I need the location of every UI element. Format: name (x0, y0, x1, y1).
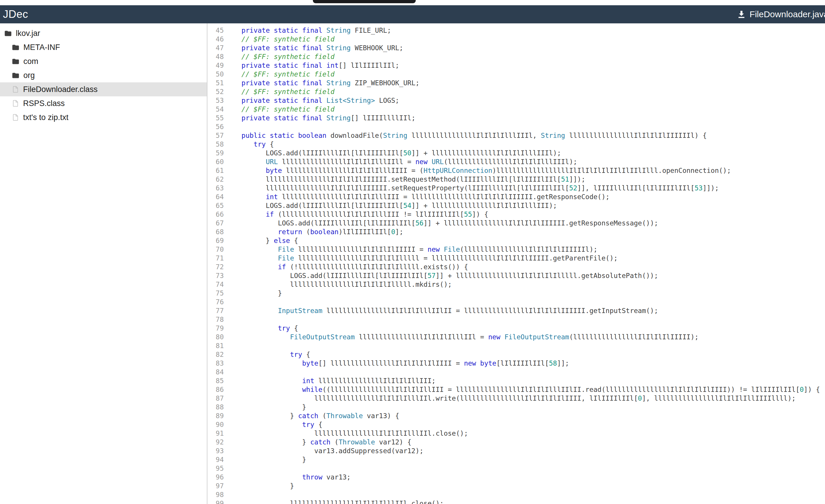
sidebar-item-label: FileDownloader.class (23, 85, 97, 94)
line-number: 63 (208, 184, 224, 192)
line-number: 76 (208, 298, 224, 306)
code-text: // $FF: synthetic field (229, 87, 334, 96)
code-line: 92 } catch (Throwable var12) { (208, 438, 825, 446)
code-line: 48 // $FF: synthetic field (208, 52, 825, 61)
line-number: 59 (208, 149, 224, 157)
code-text: private static final String FILE_URL; (229, 26, 391, 35)
line-number: 84 (208, 368, 224, 376)
code-line: 74 llllllllllllllllIlIlIlIlIlllll.mkdirs… (208, 280, 825, 289)
line-number: 67 (208, 219, 224, 228)
line-number: 87 (208, 394, 224, 403)
code-text: try { (229, 140, 274, 149)
line-number: 47 (208, 44, 224, 52)
line-number: 88 (208, 403, 224, 411)
line-number: 56 (208, 122, 224, 131)
code-text: LOGS.add(lIIIIllllIIl[lIlIIIIlIIl[56]] +… (229, 219, 658, 228)
sidebar-item-lkov-jar[interactable]: lkov.jar (0, 26, 207, 40)
line-number: 77 (208, 306, 224, 315)
download-icon (737, 10, 746, 19)
file-icon (12, 100, 19, 107)
code-line: 57 public static boolean downloadFile(St… (208, 131, 825, 140)
code-line: 66 if (llllllllllllllllIlIlIlIlllIII != … (208, 210, 825, 219)
code-line: 70 File llllllllllllllllIlIlIlIlIIIII = … (208, 245, 825, 254)
code-line: 69 } else { (208, 236, 825, 245)
code-line: 91 llllllllllllllllIlIlIlIlllIIl.close()… (208, 429, 825, 438)
code-line: 89 } catch (Throwable var13) { (208, 411, 825, 420)
sidebar-item-org[interactable]: org (0, 68, 207, 82)
code-text: return (boolean)lIlIIIIlIIl[0]; (229, 228, 403, 236)
code-line: 83 byte[] llllllllllllllllIlIlIlIlIlIIII… (208, 359, 825, 368)
line-number: 91 (208, 429, 224, 438)
code-text: // $FF: synthetic field (229, 35, 334, 44)
sidebar-item-filedownloader-class[interactable]: FileDownloader.class (0, 82, 207, 96)
code-text: llllllllllllllllIlIlIlIlllIIl.write(llll… (229, 394, 796, 403)
code-line: 51 private static final String ZIP_WEBHO… (208, 79, 825, 87)
sidebar-item-com[interactable]: com (0, 54, 207, 68)
line-number: 45 (208, 26, 224, 35)
line-number: 82 (208, 350, 224, 359)
line-number: 79 (208, 324, 224, 333)
code-text: private static final String[] lIIIIllllI… (229, 113, 416, 122)
line-number: 66 (208, 210, 224, 219)
sidebar-item-label: lkov.jar (16, 29, 40, 38)
code-line: 80 FileOutputStream llllllllllllllllIlIl… (208, 333, 825, 341)
code-line: 72 if (!llllllllllllllllIlIlIlIlIlllll.e… (208, 262, 825, 271)
line-number: 98 (208, 490, 224, 499)
code-line: 60 URL llllllllllllllllIlIlIlIlllIIll = … (208, 157, 825, 166)
code-text: } (229, 403, 306, 411)
code-line: 53 private static final List<String> LOG… (208, 96, 825, 105)
top-strip (0, 0, 825, 5)
code-text: llllllllllllllllIlIlIlIlIIIIII.setReques… (229, 184, 719, 192)
code-line: 96 throw var13; (208, 473, 825, 482)
code-line: 47 private static final String WEBHOOK_U… (208, 44, 825, 52)
code-text: InputStream llllllllllllllllIlIlIlIlllII… (229, 306, 658, 315)
browser-chrome-artifact (313, 0, 416, 3)
line-number: 61 (208, 166, 224, 175)
code-line: 76 (208, 298, 825, 306)
code-text: while((llllllllllllllllIlIlIlIllIII = ll… (229, 385, 820, 394)
code-line: 67 LOGS.add(lIIIIllllIIl[lIlIIIIlIIl[56]… (208, 219, 825, 228)
code-line: 77 InputStream llllllllllllllllIlIlIlIll… (208, 306, 825, 315)
code-line: 63 llllllllllllllllIlIlIlIlIIIIII.setReq… (208, 184, 825, 192)
line-number: 69 (208, 236, 224, 245)
sidebar: lkov.jarMETA-INFcomorgFileDownloader.cla… (0, 23, 207, 504)
line-number: 90 (208, 420, 224, 429)
line-number: 97 (208, 482, 224, 490)
code-line: 55 private static final String[] lIIIIll… (208, 113, 825, 122)
code-text: private static final String WEBHOOK_URL; (229, 44, 403, 52)
code-text: private static final int[] lIlIIIIlIIl; (229, 61, 399, 70)
code-line: 46 // $FF: synthetic field (208, 35, 825, 44)
code-text: URL llllllllllllllllIlIlIlIlllIIll = new… (229, 157, 577, 166)
line-number: 81 (208, 341, 224, 350)
code-text: llllllllllllllllIlIlIlIlIIIIII.setReques… (229, 175, 586, 184)
code-text: // $FF: synthetic field (229, 52, 334, 61)
sidebar-item-label: org (23, 71, 35, 80)
line-number: 86 (208, 385, 224, 394)
code-line: 86 while((llllllllllllllllIlIlIlIllIII =… (208, 385, 825, 394)
code-text: try { (229, 420, 322, 429)
code-text: private static final List<String> LOGS; (229, 96, 399, 105)
code-line: 61 byte llllllllllllllllIlIlIlIlllIIII =… (208, 166, 825, 175)
line-number: 55 (208, 113, 224, 122)
folder-icon (12, 44, 19, 52)
sidebar-item-rsps-class[interactable]: RSPS.class (0, 96, 207, 110)
code-line: 65 LOGS.add(lIIIIllllIIl[lIlIIIIlIIl[54]… (208, 201, 825, 210)
line-number: 57 (208, 131, 224, 140)
code-line: 95 (208, 464, 825, 473)
code-line: 45 private static final String FILE_URL; (208, 26, 825, 35)
sidebar-item-meta-inf[interactable]: META-INF (0, 40, 207, 54)
sidebar-item-txt-s-to-zip-txt[interactable]: txt's to zip.txt (0, 110, 207, 124)
line-number: 68 (208, 228, 224, 236)
line-number: 71 (208, 254, 224, 262)
code-text: FileOutputStream llllllllllllllllIlIlIlI… (229, 333, 698, 341)
sidebar-item-label: RSPS.class (23, 99, 65, 108)
file-tree: lkov.jarMETA-INFcomorgFileDownloader.cla… (0, 26, 207, 124)
line-number: 52 (208, 87, 224, 96)
download-button[interactable]: FileDownloader.java (737, 9, 825, 19)
sidebar-item-label: META-INF (23, 43, 60, 52)
line-number: 46 (208, 35, 224, 44)
code-line: 62 llllllllllllllllIlIlIlIlIIIIII.setReq… (208, 175, 825, 184)
line-number: 94 (208, 455, 224, 464)
code-text: var13.addSuppressed(var12); (229, 446, 424, 455)
code-line: 73 LOGS.add(lIIIIllllIIl[lIlIIIIlIIl[57]… (208, 271, 825, 280)
